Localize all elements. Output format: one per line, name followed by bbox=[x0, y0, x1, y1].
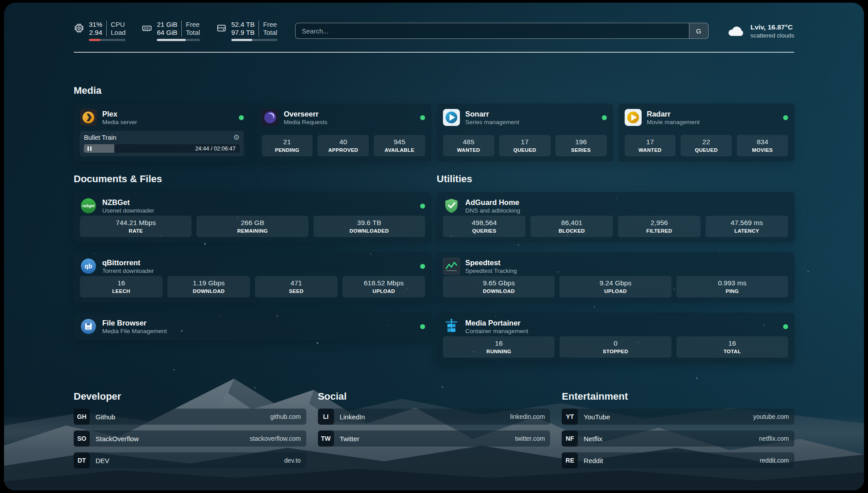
service-title: Overseerr bbox=[284, 109, 328, 118]
bookmark-url: twitter.com bbox=[515, 435, 545, 442]
pause-icon[interactable] bbox=[88, 146, 92, 151]
stat-value: 17 bbox=[501, 138, 549, 146]
stat-label: QUERIES bbox=[445, 228, 524, 234]
bookmark-url: youtube.com bbox=[753, 413, 789, 420]
stat-box: 9.65 Gbps DOWNLOAD bbox=[443, 276, 555, 297]
filebrowser-card[interactable]: File Browser Media File Management bbox=[74, 313, 431, 340]
speedtest-icon bbox=[443, 258, 460, 275]
bookmark-twitter[interactable]: TW Twitter twitter.com bbox=[318, 430, 551, 447]
adguard-card[interactable]: AdGuard Home DNS and adblocking 498,564 … bbox=[437, 192, 794, 242]
stat-box: 17 WANTED bbox=[625, 135, 676, 156]
stat-label: DOWNLOAD bbox=[169, 288, 248, 294]
search-bar[interactable]: G bbox=[295, 23, 709, 39]
search-input[interactable] bbox=[296, 23, 689, 38]
stat-label: STOPPED bbox=[561, 349, 669, 354]
search-provider-button[interactable]: G bbox=[689, 23, 708, 38]
bookmark-url: dev.to bbox=[284, 457, 301, 464]
service-title: File Browser bbox=[102, 318, 167, 327]
bookmark-stackoverflow[interactable]: SO StackOverflow stackoverflow.com bbox=[74, 430, 306, 447]
utilities-column: Utilities AdGuard Home bbox=[437, 173, 794, 363]
gear-icon[interactable]: ⚙ bbox=[233, 134, 239, 141]
nzbget-card[interactable]: nzbget NZBGet Usenet downloader 744.21 M… bbox=[74, 192, 431, 242]
cpu-percent: 31% bbox=[89, 21, 102, 29]
dev-icon: DT bbox=[74, 452, 90, 468]
now-playing-title: Bullet Train bbox=[84, 134, 117, 141]
stat-label: UPLOAD bbox=[561, 288, 669, 294]
bookmark-name: StackOverflow bbox=[96, 435, 139, 443]
sonarr-card[interactable]: Sonarr Series management 485 WANTED 17 Q… bbox=[437, 104, 613, 162]
disk-free-label: Free bbox=[263, 21, 277, 29]
stat-label: REMAINING bbox=[198, 228, 306, 234]
stat-box: 86,401 BLOCKED bbox=[530, 216, 613, 237]
stat-label: QUEUED bbox=[501, 147, 549, 153]
service-subtitle: Media server bbox=[102, 119, 137, 125]
section-title-media: Media bbox=[74, 85, 794, 96]
stat-value: 945 bbox=[376, 138, 423, 146]
stat-label: PING bbox=[678, 288, 786, 294]
service-title: Radarr bbox=[647, 109, 700, 118]
service-title: Plex bbox=[102, 109, 137, 118]
stat-box: 834 MOVIES bbox=[737, 135, 788, 156]
stat-value: 2,956 bbox=[620, 218, 699, 227]
stat-value: 17 bbox=[626, 138, 674, 146]
bookmark-linkedin[interactable]: LI LinkedIn linkedin.com bbox=[318, 409, 551, 425]
bookmark-dev[interactable]: DT DEV dev.to bbox=[74, 452, 306, 468]
plex-card[interactable]: Plex Media server Bullet Train ⚙ 24:44 /… bbox=[74, 104, 250, 162]
stat-label: MOVIES bbox=[739, 147, 786, 153]
overseerr-icon bbox=[262, 109, 279, 126]
plex-icon bbox=[80, 109, 97, 126]
stat-label: AVAILABLE bbox=[376, 147, 423, 153]
playback-progress-bar[interactable]: 24:44 / 02:06:47 bbox=[84, 144, 240, 153]
stat-label: TOTAL bbox=[678, 349, 786, 354]
bookmark-reddit[interactable]: RE Reddit reddit.com bbox=[562, 452, 794, 468]
portainer-card[interactable]: Media Portainer Container management 16 … bbox=[437, 313, 794, 363]
disk-widget: 52.4 TB 97.9 TB Free Total bbox=[216, 21, 277, 41]
disk-total-label: Total bbox=[263, 29, 277, 37]
top-bar: 31% 2.94 CPU Load bbox=[74, 21, 794, 41]
service-subtitle: Series management bbox=[465, 119, 519, 125]
stat-label: LATENCY bbox=[707, 228, 786, 234]
bookmark-url: stackoverflow.com bbox=[250, 435, 300, 442]
stat-box: 0.993 ms PING bbox=[676, 276, 788, 297]
stat-value: 471 bbox=[257, 279, 336, 287]
weather-location: Lviv, 16.87°C bbox=[751, 23, 794, 31]
disk-usage-bar bbox=[231, 39, 277, 41]
cpu-widget: 31% 2.94 CPU Load bbox=[74, 21, 125, 41]
linkedin-icon: LI bbox=[318, 409, 334, 425]
bookmarks-entertainment: Entertainment YT YouTube youtube.com NF … bbox=[562, 391, 794, 468]
bookmark-name: LinkedIn bbox=[340, 413, 365, 421]
stat-box: 471 SEED bbox=[255, 276, 338, 297]
radarr-icon bbox=[625, 109, 642, 126]
status-dot bbox=[420, 324, 425, 329]
service-title: Speedtest bbox=[465, 258, 517, 267]
stat-value: 0 bbox=[561, 339, 669, 347]
stat-label: LEECH bbox=[82, 288, 161, 294]
bookmark-name: Reddit bbox=[584, 457, 603, 464]
stat-box: 47.569 ms LATENCY bbox=[705, 216, 788, 237]
stat-value: 47.569 ms bbox=[707, 218, 786, 227]
stat-label: WANTED bbox=[445, 147, 492, 153]
bookmark-github[interactable]: GH Github github.com bbox=[74, 409, 306, 425]
stat-value: 0.993 ms bbox=[678, 279, 786, 287]
service-title: AdGuard Home bbox=[465, 198, 520, 207]
service-title: NZBGet bbox=[102, 198, 154, 207]
memory-usage-bar bbox=[157, 39, 200, 41]
overseerr-card[interactable]: Overseerr Media Requests 21 PENDING 40 A… bbox=[255, 104, 432, 162]
bookmark-youtube[interactable]: YT YouTube youtube.com bbox=[562, 409, 794, 425]
radarr-card[interactable]: Radarr Movie management 17 WANTED 22 QUE… bbox=[618, 104, 795, 162]
stat-box: 2,956 FILTERED bbox=[618, 216, 701, 237]
stat-label: DOWNLOADED bbox=[315, 228, 423, 234]
cloud-icon bbox=[726, 24, 745, 38]
service-subtitle: Usenet downloader bbox=[102, 207, 154, 214]
service-subtitle: Media File Management bbox=[102, 328, 167, 334]
svg-text:qb: qb bbox=[85, 263, 92, 270]
stat-box: 16 LEECH bbox=[80, 276, 163, 297]
speedtest-card[interactable]: Speedtest Speedtest Tracking 9.65 Gbps D… bbox=[437, 252, 794, 303]
qbittorrent-card[interactable]: qb qBittorrent Torrent downloader 16 bbox=[74, 252, 431, 303]
bookmarks-developer: Developer GH Github github.com SO StackO… bbox=[74, 391, 306, 468]
stat-label: RUNNING bbox=[445, 349, 553, 354]
stat-label: SEED bbox=[257, 288, 336, 294]
section-title-utilities: Utilities bbox=[437, 173, 794, 185]
service-subtitle: Container management bbox=[465, 328, 528, 334]
bookmark-netflix[interactable]: NF Netflix netflix.com bbox=[562, 430, 794, 447]
